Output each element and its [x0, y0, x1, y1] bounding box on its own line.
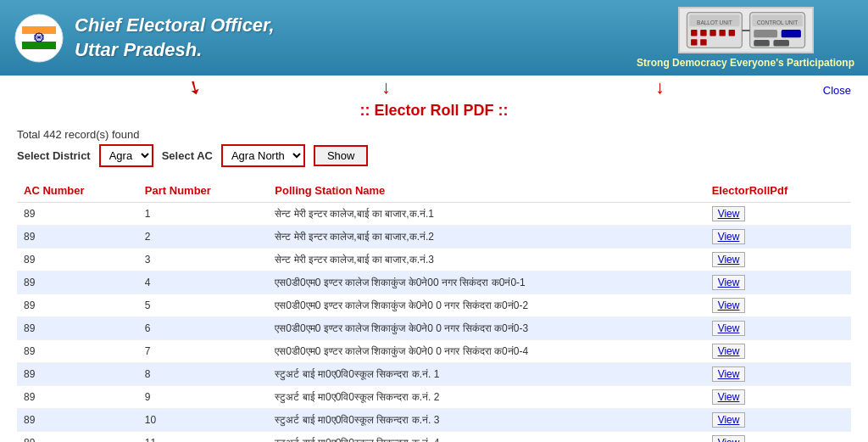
controls-section: Total 442 record(s) found Select Distric… [17, 128, 851, 167]
cell-part: 2 [138, 226, 268, 249]
cell-view: View [705, 226, 851, 249]
cell-station: एस0डी0एम0 इण्टर कालेज शिकाकुंज के0ने0 0 … [268, 340, 704, 363]
table-row: 898स्टुअर्ट बाई मा0ए0वि0स्कूल सिकन्दरा क… [17, 363, 851, 386]
evm-image: BALLOT UNIT CONTROL UNIT [678, 7, 814, 53]
svg-rect-20 [691, 39, 697, 45]
cell-part: 11 [138, 432, 268, 443]
cell-station: स्टुअर्ट बाई मा0ए0वि0स्कूल सिकन्दरा क.नं… [268, 363, 704, 386]
svg-rect-16 [700, 30, 706, 36]
view-link[interactable]: View [712, 366, 746, 382]
view-link[interactable]: View [712, 412, 746, 428]
svg-text:BALLOT UNIT: BALLOT UNIT [697, 20, 732, 25]
cell-part: 3 [138, 249, 268, 271]
cell-station: एस0डी0एम0 इण्टर कालेज शिकाकुंज के0ने0 0 … [268, 294, 704, 317]
view-link[interactable]: View [712, 344, 746, 359]
col-part-number: Part Number [138, 179, 268, 203]
svg-rect-15 [691, 30, 697, 36]
view-link[interactable]: View [712, 275, 746, 290]
main-content: Close ➘ ↓ ↓ :: Elector Roll PDF :: Total… [0, 76, 868, 442]
svg-rect-19 [728, 30, 734, 36]
ec-logo [14, 13, 64, 64]
cell-ac: 89 [17, 363, 138, 386]
cell-ac: 89 [17, 249, 138, 271]
cell-view: View [705, 271, 851, 294]
cell-ac: 89 [17, 317, 138, 340]
view-link[interactable]: View [712, 252, 746, 267]
table-row: 896एस0डी0एम0 इण्टर कालेज शिकाकुंज के0ने0… [17, 317, 851, 340]
view-link[interactable]: View [712, 321, 746, 336]
cell-part: 9 [138, 386, 268, 409]
header-right: BALLOT UNIT CONTROL UNIT Strong [637, 7, 854, 69]
table-row: 893सेन्ट मेरी इन्टर कालेज,बाई का बाजार,क… [17, 249, 851, 271]
cell-station: सेन्ट मेरी इन्टर कालेज,बाई का बाजार,क.नं… [268, 249, 704, 271]
ac-select[interactable]: Agra North [221, 144, 305, 167]
close-section: Close [17, 84, 851, 97]
cell-station: स्टुअर्ट बाई मा0ए0वि0स्कूल सिकन्दरा क.नं… [268, 432, 704, 443]
table-row: 8911स्टुअर्ट बाई मा0ए0वि0स्कूल सिकन्दरा … [17, 432, 851, 443]
header-title: Chief Electoral Officer, Uttar Pradesh. [75, 14, 275, 62]
cell-station: एस0डी0एम0 इण्टर कालेज शिकाकुंज के0ने0 0 … [268, 317, 704, 340]
svg-rect-26 [781, 30, 800, 37]
cell-ac: 89 [17, 226, 138, 249]
svg-rect-21 [700, 39, 706, 45]
cell-station: स्टुअर्ट बाई मा0ए0वि0स्कूल सिकन्दरा क.नं… [268, 409, 704, 432]
svg-rect-3 [22, 42, 56, 49]
elector-roll-table: AC Number Part Number Polling Station Na… [17, 179, 851, 442]
close-link[interactable]: Close [823, 84, 851, 97]
cell-view: View [705, 203, 851, 226]
col-elector-roll-pdf: ElectorRollPdf [705, 179, 851, 203]
view-link[interactable]: View [712, 206, 746, 221]
arrow-district: ➘ [182, 74, 207, 101]
cell-part: 6 [138, 317, 268, 340]
svg-rect-27 [754, 40, 770, 46]
view-link[interactable]: View [712, 435, 746, 442]
total-records: Total 442 record(s) found [17, 128, 851, 141]
svg-text:CONTROL UNIT: CONTROL UNIT [756, 20, 797, 25]
svg-rect-17 [709, 30, 715, 36]
cell-part: 4 [138, 271, 268, 294]
cell-ac: 89 [17, 409, 138, 432]
cell-ac: 89 [17, 294, 138, 317]
header-tagline: Strong Democracy Everyone's Participatio… [637, 57, 854, 69]
cell-view: View [705, 409, 851, 432]
show-button[interactable]: Show [314, 145, 369, 166]
table-row: 895एस0डी0एम0 इण्टर कालेज शिकाकुंज के0ने0… [17, 294, 851, 317]
view-link[interactable]: View [712, 229, 746, 244]
cell-station: एस0डी0एम0 इण्टर कालेज शिकाकुंज के0ने00 न… [268, 271, 704, 294]
cell-station: सेन्ट मेरी इन्टर कालेज,बाई का बाजार,क.नं… [268, 203, 704, 226]
view-link[interactable]: View [712, 389, 746, 405]
cell-station: सेन्ट मेरी इन्टर कालेज,बाई का बाजार,क.नं… [268, 226, 704, 249]
arrow-ac: ↓ [381, 76, 391, 98]
cell-view: View [705, 340, 851, 363]
table-container: AC Number Part Number Polling Station Na… [17, 172, 851, 442]
table-row: 897एस0डी0एम0 इण्टर कालेज शिकाकुंज के0ने0… [17, 340, 851, 363]
cell-ac: 89 [17, 386, 138, 409]
view-link[interactable]: View [712, 298, 746, 313]
page-title: :: Elector Roll PDF :: [17, 102, 851, 120]
svg-rect-18 [719, 30, 725, 36]
cell-view: View [705, 432, 851, 443]
cell-ac: 89 [17, 271, 138, 294]
cell-part: 8 [138, 363, 268, 386]
cell-view: View [705, 317, 851, 340]
table-row: 899स्टुअर्ट बाई मा0ए0वि0स्कूल सिकन्दरा क… [17, 386, 851, 409]
table-row: 894एस0डी0एम0 इण्टर कालेज शिकाकुंज के0ने0… [17, 271, 851, 294]
cell-ac: 89 [17, 340, 138, 363]
svg-rect-28 [773, 40, 789, 46]
cell-view: View [705, 386, 851, 409]
table-row: 891सेन्ट मेरी इन्टर कालेज,बाई का बाजार,क… [17, 203, 851, 226]
district-select[interactable]: Agra [99, 144, 153, 167]
cell-ac: 89 [17, 203, 138, 226]
controls-row: Select District Agra Select AC Agra Nort… [17, 144, 851, 167]
cell-view: View [705, 294, 851, 317]
select-district-label: Select District [17, 149, 91, 162]
cell-station: स्टुअर्ट बाई मा0ए0वि0स्कूल सिकन्दरा क.नं… [268, 386, 704, 409]
table-row: 8910स्टुअर्ट बाई मा0ए0वि0स्कूल सिकन्दरा … [17, 409, 851, 432]
table-row: 892सेन्ट मेरी इन्टर कालेज,बाई का बाजार,क… [17, 226, 851, 249]
arrow-show: ↓ [655, 76, 665, 98]
cell-ac: 89 [17, 432, 138, 443]
cell-part: 7 [138, 340, 268, 363]
select-ac-label: Select AC [162, 149, 213, 162]
cell-part: 1 [138, 203, 268, 226]
cell-part: 5 [138, 294, 268, 317]
